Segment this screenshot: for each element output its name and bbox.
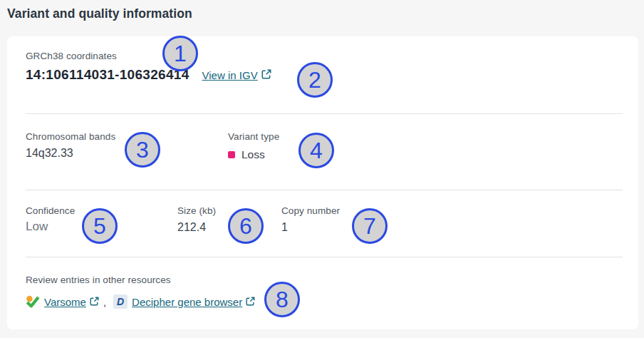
annotation-badge-5: 5 — [82, 208, 118, 244]
annotation-badge-1: 1 — [162, 36, 198, 71]
varsome-link[interactable]: Varsome — [44, 296, 99, 308]
copy-number-value: 1 — [281, 221, 340, 234]
annotation-badge-6: 6 — [228, 208, 264, 244]
decipher-d-icon: D — [113, 295, 128, 309]
field-variant-type: Variant type Loss — [228, 131, 279, 161]
copy-number-label: Copy number — [281, 205, 340, 216]
variant-type-value: Loss — [242, 148, 265, 161]
field-size-kb: Size (kb) 212.4 — [177, 205, 216, 234]
external-link-icon — [261, 69, 271, 81]
decipher-link-label: Decipher gene browser — [132, 296, 242, 308]
confidence-value: Low — [26, 220, 75, 234]
row-divider — [26, 190, 623, 190]
field-grch38-coordinates: GRCh38 coordinates 14:106114031-10632641… — [26, 51, 271, 83]
external-link-icon — [90, 296, 99, 308]
link-separator: , — [103, 296, 106, 308]
view-in-igv-label: View in IGV — [202, 69, 258, 81]
size-kb-label: Size (kb) — [177, 205, 216, 216]
external-link-icon — [246, 296, 255, 308]
page-title: Variant and quality information — [7, 6, 192, 21]
chromosomal-bands-label: Chromosomal bands — [26, 131, 115, 142]
grch38-coordinates-value: 14:106114031-106326414 — [26, 67, 189, 83]
row-divider — [26, 113, 623, 114]
annotation-badge-3: 3 — [125, 132, 160, 168]
row-divider — [26, 257, 623, 257]
annotation-badge-7: 7 — [352, 208, 388, 244]
varsome-check-icon — [26, 295, 40, 309]
varsome-link-label: Varsome — [44, 296, 86, 308]
confidence-label: Confidence — [26, 205, 75, 216]
annotation-badge-8: 8 — [264, 282, 300, 317]
field-other-resources: Review entries in other resources Varsom… — [26, 275, 255, 309]
loss-color-swatch-icon — [228, 151, 235, 158]
size-kb-value: 212.4 — [177, 221, 216, 234]
decipher-gene-browser-link[interactable]: Decipher gene browser — [132, 296, 255, 308]
field-confidence: Confidence Low — [26, 205, 75, 234]
annotation-badge-4: 4 — [298, 133, 334, 168]
view-in-igv-link[interactable]: View in IGV — [202, 69, 271, 81]
grch38-coordinates-label: GRCh38 coordinates — [26, 51, 271, 61]
field-copy-number: Copy number 1 — [281, 205, 340, 234]
annotation-badge-2: 2 — [297, 62, 333, 98]
chromosomal-bands-value: 14q32.33 — [26, 147, 115, 160]
field-chromosomal-bands: Chromosomal bands 14q32.33 — [26, 131, 115, 160]
variant-type-label: Variant type — [228, 131, 279, 142]
other-resources-label: Review entries in other resources — [26, 275, 255, 285]
